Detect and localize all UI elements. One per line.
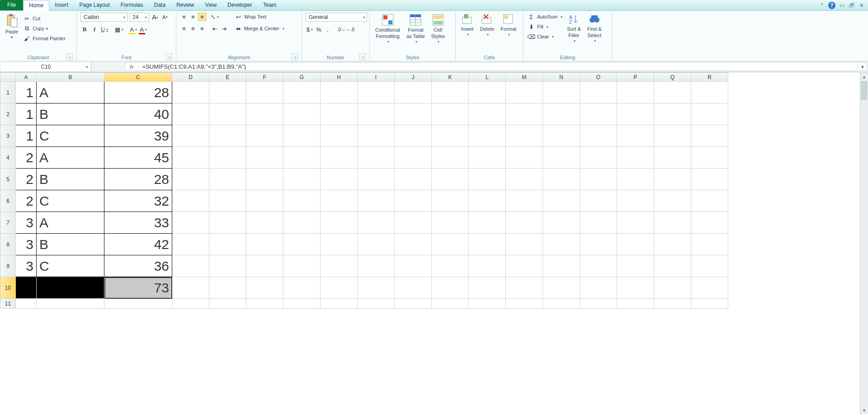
cell[interactable]	[691, 190, 728, 212]
cell[interactable]	[432, 255, 469, 277]
cell[interactable]	[506, 169, 543, 190]
cell-A3[interactable]: 1	[16, 125, 37, 147]
cell[interactable]	[432, 104, 469, 125]
cell[interactable]	[506, 104, 543, 125]
cell[interactable]	[543, 255, 580, 277]
cell[interactable]	[543, 212, 580, 234]
cell[interactable]	[172, 169, 209, 190]
cell[interactable]	[209, 299, 246, 309]
col-header-A[interactable]: A	[16, 73, 37, 82]
cell[interactable]	[432, 234, 469, 255]
cell[interactable]	[321, 212, 358, 234]
cell[interactable]	[321, 234, 358, 255]
cell[interactable]	[691, 125, 728, 147]
cell[interactable]	[321, 277, 358, 299]
autosum-button[interactable]: ΣAutoSum	[527, 13, 562, 21]
cell[interactable]	[172, 147, 209, 169]
cell[interactable]	[691, 104, 728, 125]
cell[interactable]	[209, 212, 246, 234]
cell[interactable]	[16, 299, 37, 309]
cell[interactable]	[654, 104, 691, 125]
window-close-icon[interactable]: ✕	[858, 2, 865, 9]
cell[interactable]	[654, 212, 691, 234]
col-header-L[interactable]: L	[469, 73, 506, 82]
cell[interactable]	[691, 212, 728, 234]
cell[interactable]	[395, 277, 432, 299]
cell[interactable]	[172, 82, 209, 104]
increase-indent-button[interactable]: ⇥	[220, 24, 228, 33]
cell[interactable]	[358, 147, 395, 169]
cell-styles-button[interactable]: Cell Styles	[429, 13, 447, 45]
cell[interactable]	[283, 277, 321, 299]
percent-format-button[interactable]: %	[315, 25, 323, 33]
cell[interactable]	[283, 234, 321, 255]
cell[interactable]	[617, 212, 654, 234]
number-format-select[interactable]: General	[306, 13, 367, 22]
cell[interactable]	[469, 82, 506, 104]
cell[interactable]	[543, 104, 580, 125]
cell[interactable]	[580, 82, 617, 104]
cell[interactable]	[283, 212, 321, 234]
cell[interactable]	[172, 299, 209, 309]
col-header-K[interactable]: K	[432, 73, 469, 82]
cell[interactable]	[617, 82, 654, 104]
cell-C3[interactable]: 39	[104, 125, 172, 147]
cell[interactable]	[580, 190, 617, 212]
cell[interactable]	[506, 147, 543, 169]
shrink-font-icon[interactable]: A▾	[161, 13, 169, 21]
cell-A7[interactable]: 3	[16, 212, 37, 234]
cell[interactable]	[580, 104, 617, 125]
row-header-1[interactable]: 1	[0, 82, 16, 104]
cell[interactable]	[506, 82, 543, 104]
cell[interactable]	[617, 190, 654, 212]
cell[interactable]	[617, 299, 654, 309]
cell[interactable]	[395, 82, 432, 104]
cell[interactable]	[172, 277, 209, 299]
cell[interactable]	[654, 125, 691, 147]
cell-C7[interactable]: 33	[104, 212, 172, 234]
cell[interactable]	[283, 125, 321, 147]
cell[interactable]	[691, 299, 728, 309]
bold-button[interactable]: B	[80, 25, 89, 33]
cell-C2[interactable]: 40	[104, 104, 172, 125]
cell[interactable]	[617, 277, 654, 299]
borders-button[interactable]: ▦	[115, 25, 123, 33]
format-painter-button[interactable]: 🖌 Format Painter	[23, 34, 66, 42]
cell[interactable]	[358, 104, 395, 125]
font-size-select[interactable]: 24	[129, 13, 149, 22]
cell[interactable]	[283, 299, 321, 309]
row-header-9[interactable]: 9	[0, 255, 16, 277]
cell[interactable]	[321, 255, 358, 277]
cell[interactable]	[654, 277, 691, 299]
col-header-M[interactable]: M	[506, 73, 543, 82]
decrease-decimal-button[interactable]: ←.0	[346, 25, 354, 33]
col-header-N[interactable]: N	[543, 73, 580, 82]
cell[interactable]	[246, 299, 283, 309]
cell[interactable]	[654, 169, 691, 190]
cell[interactable]	[654, 190, 691, 212]
align-right-button[interactable]: ≡	[198, 24, 206, 33]
col-header-J[interactable]: J	[395, 73, 432, 82]
cell-C5[interactable]: 28	[104, 169, 172, 190]
cell[interactable]	[172, 104, 209, 125]
cell[interactable]	[395, 234, 432, 255]
cell[interactable]	[543, 82, 580, 104]
tab-developer[interactable]: Developer	[222, 0, 258, 10]
cell[interactable]	[654, 82, 691, 104]
format-as-table-button[interactable]: Format as Table	[405, 13, 427, 45]
col-header-C[interactable]: C	[104, 73, 172, 82]
cell[interactable]	[432, 190, 469, 212]
cell-A10[interactable]	[16, 277, 37, 299]
formula-bar-expand-icon[interactable]: ▾	[858, 64, 867, 70]
cell-B3[interactable]: C	[37, 125, 104, 147]
cell-C6[interactable]: 32	[104, 190, 172, 212]
cell[interactable]	[617, 147, 654, 169]
cell-B6[interactable]: C	[37, 190, 104, 212]
clear-button[interactable]: ⌫Clear	[527, 33, 562, 41]
cell[interactable]	[209, 104, 246, 125]
increase-decimal-button[interactable]: .0→	[337, 25, 345, 33]
cell[interactable]	[209, 82, 246, 104]
cell[interactable]	[469, 104, 506, 125]
cell-C4[interactable]: 45	[104, 147, 172, 169]
comma-format-button[interactable]: ,	[324, 25, 332, 33]
